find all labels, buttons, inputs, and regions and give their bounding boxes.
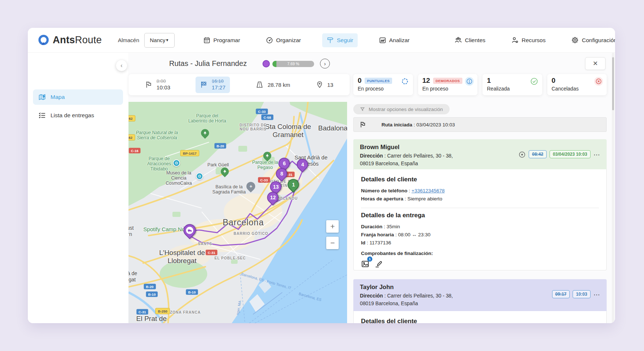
signature-proof-button[interactable] bbox=[375, 260, 383, 270]
marker-number: 4 bbox=[301, 162, 304, 167]
client-details-title: Detalles del cliente bbox=[361, 318, 599, 323]
map-terrain bbox=[129, 102, 347, 323]
stop-address: Dirección : Carrer dels Pellaires, 30 - … bbox=[360, 292, 453, 307]
route-header: Rutas - Julia Fernandez 7.69 % › bbox=[28, 53, 615, 72]
stop-details-taylor-john: Detalles del cliente bbox=[353, 311, 607, 323]
signature-icon bbox=[375, 260, 383, 268]
nav-item-analizar[interactable]: Analizar bbox=[375, 33, 414, 47]
close-panel-button[interactable]: ✕ bbox=[585, 57, 606, 70]
route-started-value: 03/04/2023 10:03 bbox=[416, 122, 455, 128]
completed-time-badge: 03/04/2023 10:03 bbox=[550, 150, 591, 158]
next-route-button[interactable]: › bbox=[320, 59, 330, 69]
stat-distance: 28.78 km bbox=[255, 80, 290, 89]
delivery-id-line: Id : 11737136 bbox=[361, 239, 599, 247]
nav-item-configuracion[interactable]: Configuración bbox=[567, 33, 615, 47]
puntuales-count: 0 bbox=[358, 77, 362, 85]
nav-item-programar[interactable]: Programar bbox=[199, 33, 245, 47]
warehouse-value: Nancy bbox=[150, 37, 165, 43]
phone-label: Número de teléfono bbox=[361, 188, 407, 193]
brand-bold: Ants bbox=[53, 34, 75, 45]
proofs-label: Comprobantes de finalización: bbox=[361, 251, 599, 256]
brand-logo[interactable]: AntsRoute bbox=[37, 34, 102, 47]
stop-card-brown-miguel[interactable]: Brown Miguel Dirección : Carrer dels Pel… bbox=[353, 139, 607, 169]
status-card-realizada: 1 Realizada bbox=[483, 74, 542, 95]
nav-label: Recursos bbox=[522, 37, 546, 44]
sidebar-item-label: Mapa bbox=[51, 94, 65, 100]
section-divider bbox=[361, 208, 599, 208]
sidebar-item-mapa[interactable]: Mapa bbox=[33, 89, 123, 105]
separator: : bbox=[394, 232, 398, 237]
status-summary-row: 0 PUNTUALES En proceso 12 DEMORADOS En p… bbox=[353, 74, 607, 95]
stop-count-value: 13 bbox=[327, 82, 334, 88]
stop-marker-6[interactable]: 6 bbox=[279, 158, 290, 169]
address-label: Dirección bbox=[360, 153, 383, 159]
stat-start-time: 8:00 10:03 bbox=[145, 78, 171, 91]
duration-line: Duración : 35min bbox=[361, 223, 599, 231]
stop-menu-button[interactable]: ⋯ bbox=[593, 150, 600, 158]
road-badge: 62 bbox=[129, 115, 135, 122]
spinner-icon bbox=[401, 77, 409, 86]
separator: : bbox=[365, 240, 369, 245]
zoom-out-button[interactable]: − bbox=[326, 237, 339, 249]
stop-card-taylor-john[interactable]: Taylor John Dirección : Carrer dels Pell… bbox=[353, 279, 607, 311]
funnel-icon bbox=[360, 107, 365, 112]
window-value: 08:00 ↔ 23:30 bbox=[398, 232, 431, 237]
map-canvas[interactable]: Parque del Laberinto de Horta Parque Nat… bbox=[129, 102, 347, 323]
hours-value: Siempre abierto bbox=[407, 196, 442, 202]
hours-line: Horas de apertura : Siempre abierto bbox=[361, 195, 599, 203]
close-icon: ✕ bbox=[593, 60, 598, 67]
duration-value: 35min bbox=[387, 224, 400, 229]
sidebar-item-lista-de-entregas[interactable]: Lista de entregas bbox=[33, 108, 123, 123]
road-badge: B-10 bbox=[186, 289, 198, 295]
sidebar-collapse-button[interactable]: ‹ bbox=[116, 60, 127, 71]
actual-end: 17:27 bbox=[212, 84, 226, 91]
hours-label: Horas de apertura bbox=[361, 196, 403, 202]
estimated-time-badge: 10:03 bbox=[573, 290, 591, 298]
road-icon bbox=[255, 80, 264, 89]
museum-icon bbox=[196, 173, 203, 180]
depot-marker[interactable] bbox=[183, 224, 196, 237]
zoom-in-button[interactable]: + bbox=[326, 220, 339, 233]
check-circle-icon bbox=[530, 77, 539, 86]
marker-number: 12 bbox=[270, 195, 276, 200]
scrollbar-thumb[interactable] bbox=[612, 57, 614, 110]
sidebar-item-label: Lista de entregas bbox=[51, 112, 94, 119]
warehouse-select[interactable]: Nancy ▼ bbox=[144, 33, 174, 48]
stop-marker-12[interactable]: 12 bbox=[267, 192, 279, 203]
nav-item-recursos[interactable]: Recursos bbox=[507, 33, 550, 47]
phone-link[interactable]: +33612345678 bbox=[412, 188, 444, 193]
nav-item-organizar[interactable]: Organizar bbox=[261, 33, 305, 47]
nav-item-clientes[interactable]: Clientes bbox=[450, 33, 490, 47]
signpost-icon bbox=[327, 37, 334, 44]
stop-marker-13[interactable]: 13 bbox=[270, 181, 281, 193]
stop-marker-4[interactable]: 4 bbox=[297, 159, 308, 170]
stop-details-brown-miguel: Detalles del cliente Número de teléfono … bbox=[353, 169, 607, 270]
client-details-title: Detalles del cliente bbox=[361, 176, 599, 183]
road-badge: C-58 bbox=[261, 115, 273, 120]
nav-label: Analizar bbox=[389, 37, 410, 44]
display-options-label: Mostrar opciones de visualización bbox=[369, 107, 443, 112]
photo-proof-button[interactable]: 1 bbox=[361, 260, 369, 270]
nav-item-seguir[interactable]: Seguir bbox=[322, 33, 358, 47]
stop-marker-8[interactable]: 8 bbox=[276, 168, 287, 179]
status-label: Canceladas bbox=[552, 86, 603, 92]
stop-menu-button[interactable]: ⋯ bbox=[593, 290, 600, 298]
separator: : bbox=[383, 153, 387, 159]
route-progress-bar: 7.69 % bbox=[272, 61, 314, 67]
stop-marker-1[interactable]: 1 bbox=[288, 179, 299, 191]
status-label: En proceso bbox=[422, 86, 473, 92]
circle-dot-icon bbox=[518, 151, 526, 158]
stop-address: Dirección : Carrer dels Pellaires, 30 - … bbox=[360, 152, 453, 167]
chart-icon bbox=[379, 37, 386, 44]
road-badge: 462 bbox=[129, 134, 135, 140]
status-card-canceladas: 0 Canceladas bbox=[547, 74, 607, 95]
marker-number: 8 bbox=[280, 171, 283, 177]
attraction-icon bbox=[173, 159, 180, 167]
route-stats-bar: 8:00 10:03 16:10 17:27 28.78 km 13 bbox=[129, 74, 350, 95]
window-label: Franja horaria bbox=[361, 232, 394, 237]
duration-label: Duración bbox=[361, 224, 383, 229]
display-options-button[interactable]: Mostrar opciones de visualización bbox=[353, 104, 450, 114]
panel-scrollbar[interactable] bbox=[612, 53, 614, 323]
planned-time-badge: 09:17 bbox=[552, 290, 570, 298]
actual-start: 10:03 bbox=[157, 84, 171, 91]
